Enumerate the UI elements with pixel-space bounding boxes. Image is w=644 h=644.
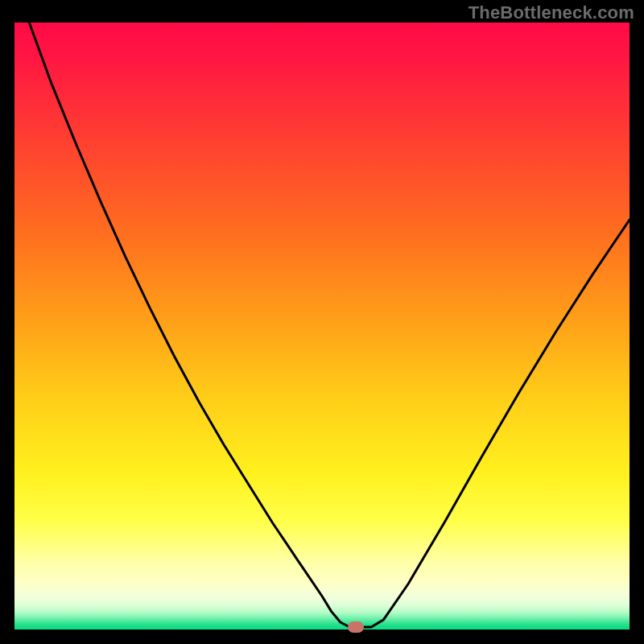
bottleneck-marker bbox=[348, 621, 364, 633]
chart-container: TheBottleneck.com bbox=[0, 0, 644, 644]
bottleneck-curve bbox=[14, 23, 630, 630]
attribution-text: TheBottleneck.com bbox=[469, 2, 634, 23]
